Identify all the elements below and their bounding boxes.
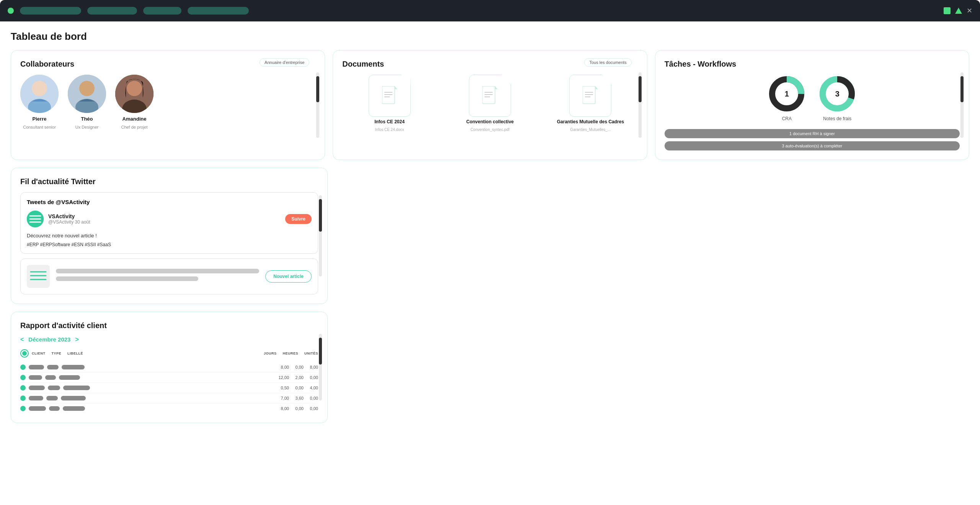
month-prev-arrow[interactable]: < [20, 336, 24, 343]
row-unites-4: 0,00 [307, 396, 318, 400]
browser-chrome: ✕ [0, 0, 980, 21]
rapport-scroll[interactable] [319, 334, 322, 400]
collaborator-pierre[interactable]: Pierre Consultant senior [20, 75, 59, 129]
documents-badge[interactable]: Tous les documents [584, 58, 631, 67]
collaborateurs-badge[interactable]: Annuaire d'entreprise [260, 58, 309, 67]
follow-button[interactable]: Suivre [285, 214, 312, 224]
row-jours-5: 8,00 [278, 406, 289, 411]
row-jours-2: 12,00 [278, 375, 289, 380]
svg-rect-35 [27, 265, 50, 288]
row-type-4 [46, 396, 58, 400]
doc-icon-infos-ce [369, 75, 411, 117]
row-heures-2: 2,00 [292, 375, 304, 380]
collaborateurs-card: Collaborateurs Annuaire d'entreprise [11, 50, 325, 160]
row-libelle-5 [63, 406, 85, 411]
svg-point-1 [32, 81, 47, 96]
avatar-pierre [20, 75, 59, 113]
twitter-title: Fil d'actualité Twitter [20, 177, 318, 186]
documents-scroll[interactable] [639, 72, 642, 138]
collaborator-pierre-name: Pierre [33, 116, 47, 122]
row-heures-3: 0,00 [292, 386, 304, 390]
browser-tab-1[interactable] [20, 7, 81, 15]
row-type-2 [45, 375, 56, 380]
tweet-avatar [27, 211, 44, 227]
svg-point-7 [127, 81, 142, 96]
month-nav: < Décembre 2023 > [20, 336, 318, 343]
collaborators-grid: Pierre Consultant senior Théo Ux De [20, 75, 315, 129]
doc-name-convention: Convention collective [466, 119, 514, 125]
doc-name-infos-ce: Infos CE 2024 [374, 119, 405, 125]
avatar-amandine [115, 75, 154, 113]
row-heures-1: 0,00 [292, 365, 304, 369]
row-type-1 [47, 365, 59, 369]
tweet-hashtags: #ERP #ERPSoftware #ESN #SSII #SaaS [27, 242, 312, 247]
tweet-box: Tweets de @VSActivity VSActivity [20, 192, 318, 254]
article-preview: Nouvel article [20, 258, 318, 294]
rapport-title: Rapport d'activité client [20, 321, 318, 330]
donut-cra-number: 1 [785, 90, 789, 98]
chart-notes: 3 Notes de frais [818, 75, 856, 121]
square-icon[interactable] [944, 7, 951, 14]
doc-garanties[interactable]: Garanties Mutuelle des Cadres Garanties_… [543, 75, 637, 132]
col-client: CLIENT [32, 351, 46, 355]
article-icon [27, 265, 50, 288]
col-unites: UNITÉS [304, 351, 318, 355]
collaborator-amandine[interactable]: Amandine Chef de projet [115, 75, 154, 129]
browser-tab-4[interactable] [188, 7, 249, 15]
row-type-3 [48, 386, 60, 390]
row-status-3 [20, 385, 26, 391]
row-heures-4: 3,60 [292, 396, 304, 400]
row-jours-3: 0,50 [278, 386, 289, 390]
row-type-5 [49, 406, 60, 411]
collaborator-theo[interactable]: Théo Ux Designer [68, 75, 106, 129]
tweet-header: VSActivity @VSActivity 30 août Suivre [27, 211, 312, 227]
col-libelle: LIBELLÉ [67, 351, 83, 355]
svg-marker-15 [495, 86, 498, 89]
row-unites-1: 8,00 [307, 365, 318, 369]
row-client-1 [29, 365, 44, 369]
donut-notes-number: 3 [835, 90, 840, 98]
doc-infos-ce[interactable]: Infos CE 2024 Infos CE 24.docx [342, 75, 436, 132]
row-status-4 [20, 396, 26, 401]
browser-tab-3[interactable] [143, 7, 181, 15]
row-libelle-3 [63, 386, 90, 390]
taches-scroll[interactable] [960, 72, 964, 138]
article-lines [56, 269, 259, 284]
collaborator-theo-role: Ux Designer [75, 125, 99, 129]
filter-row: CLIENT TYPE LIBELLÉ JOURS HEURES UNITÉS [20, 349, 318, 358]
twitter-card: Fil d'actualité Twitter Tweets de @VSAct… [11, 168, 328, 304]
main-content: Tableau de bord Collaborateurs Annuaire … [0, 21, 980, 505]
chart-cra: 1 CRA [768, 75, 806, 121]
row-unites-3: 4,00 [307, 386, 318, 390]
doc-name-garanties: Garanties Mutuelle des Cadres [557, 119, 624, 125]
close-icon[interactable]: ✕ [967, 7, 972, 15]
row-libelle-2 [59, 375, 80, 380]
month-next-arrow[interactable]: > [75, 336, 78, 343]
page-title: Tableau de bord [11, 31, 969, 42]
col-jours: JOURS [264, 351, 277, 355]
row-libelle-4 [61, 396, 86, 400]
row-jours-4: 7,00 [278, 396, 289, 400]
donut-notes: 3 [818, 75, 856, 113]
article-button[interactable]: Nouvel article [265, 270, 312, 283]
task-badges: 1 document RH à signer 3 auto-évaluation… [665, 129, 960, 150]
filter-dot[interactable] [20, 349, 29, 358]
collaborator-amandine-name: Amandine [122, 116, 147, 122]
row-unites-2: 0,00 [307, 375, 318, 380]
task-badge-0: 1 document RH à signer [665, 129, 960, 138]
col-type: TYPE [52, 351, 62, 355]
twitter-scroll[interactable] [319, 195, 322, 276]
charts-row: 1 CRA [665, 75, 960, 121]
triangle-icon[interactable] [955, 8, 962, 14]
browser-dot [8, 8, 14, 14]
scroll-indicator[interactable] [316, 72, 319, 138]
month-label: Décembre 2023 [28, 336, 70, 343]
browser-tab-2[interactable] [87, 7, 137, 15]
row-unites-5: 0,00 [307, 406, 318, 411]
row-status-5 [20, 406, 26, 411]
bottom-row: Rapport d'activité client < Décembre 202… [11, 168, 969, 423]
doc-filename-garanties: Garanties_Mutuelles_... [570, 127, 611, 132]
chart-cra-label: CRA [782, 116, 792, 121]
tweets-heading: Tweets de @VSActivity [27, 199, 312, 205]
doc-convention[interactable]: Convention collective Convention_syntec.… [443, 75, 537, 132]
